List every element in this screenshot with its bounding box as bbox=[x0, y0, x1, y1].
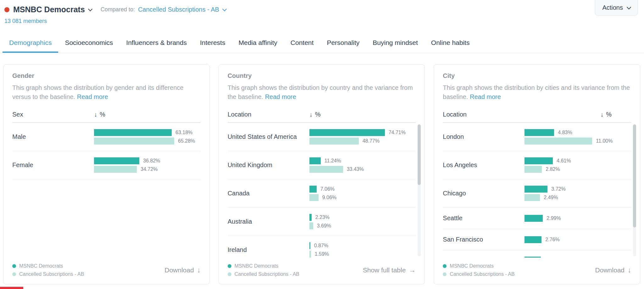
card-description: This graph shows the distribution by cit… bbox=[443, 83, 631, 101]
primary-bar bbox=[525, 129, 554, 136]
rows-viewport: United States of America 74.71% 48.77% U… bbox=[228, 123, 416, 258]
tab-media-affinity[interactable]: Media affinity bbox=[232, 33, 284, 53]
bar-value: 2.99% bbox=[547, 215, 561, 221]
footer-action-label: Download bbox=[164, 266, 194, 274]
legend: MSNBC Democrats Cancelled Subscriptions … bbox=[228, 263, 299, 277]
bar-group: 36.82% 34.72% bbox=[94, 157, 201, 173]
rows-viewport: London 4.83% 11.00% Los Angeles 4.61% 2.… bbox=[443, 123, 631, 258]
legend: MSNBC Democrats Cancelled Subscriptions … bbox=[443, 263, 514, 277]
chevron-down-icon[interactable] bbox=[88, 7, 92, 11]
bar-value: 1.59% bbox=[315, 251, 329, 257]
legend-label: MSNBC Democrats bbox=[235, 263, 279, 269]
legend-item-primary: MSNBC Democrats bbox=[443, 263, 514, 269]
tab-interests[interactable]: Interests bbox=[193, 33, 232, 53]
secondary-bar bbox=[94, 138, 174, 144]
column-header-percent[interactable]: ↓% bbox=[94, 111, 105, 118]
secondary-bar bbox=[309, 166, 343, 173]
column-header-label[interactable]: Sex bbox=[12, 111, 94, 118]
secondary-bar bbox=[309, 138, 359, 144]
audience-name[interactable]: MSNBC Democrats bbox=[13, 5, 85, 14]
bar-group: 63.18% 65.28% bbox=[94, 129, 201, 144]
table-row: Australia 2.23% 3.69% bbox=[228, 208, 416, 236]
bar-value: 34.72% bbox=[141, 166, 158, 172]
bar-group: 4.83% 11.00% bbox=[525, 129, 631, 144]
table-row: Los Angeles 4.61% 2.82% bbox=[443, 151, 631, 179]
bar-group: 2.99% bbox=[525, 215, 631, 222]
secondary-bar bbox=[525, 194, 540, 201]
download-button[interactable]: Download ↓ bbox=[595, 266, 631, 274]
bar-line: 4.83% bbox=[525, 129, 631, 136]
legend-dot-secondary bbox=[12, 272, 16, 276]
legend-item-secondary: Cancelled Subscriptions - AB bbox=[12, 271, 84, 277]
primary-bar bbox=[309, 186, 317, 193]
row-label: London bbox=[443, 133, 525, 141]
audience-title-row: MSNBC Democrats Compared to: Cancelled S… bbox=[4, 5, 638, 14]
row-label: United Kingdom bbox=[228, 161, 309, 169]
bar-line: 63.18% bbox=[94, 129, 201, 136]
bar-value: 74.71% bbox=[389, 130, 406, 135]
scrollbar[interactable] bbox=[418, 124, 421, 256]
bar-value: 2.49% bbox=[544, 195, 558, 200]
tab-socioeconomics[interactable]: Socioeconomics bbox=[58, 33, 119, 53]
read-more-link[interactable]: Read more bbox=[470, 93, 501, 100]
bar-group: 2.76% bbox=[525, 236, 631, 243]
column-header-label[interactable]: Location bbox=[228, 111, 309, 118]
secondary-bar bbox=[309, 194, 319, 201]
bar-value: 3.69% bbox=[317, 223, 331, 229]
tab-buying-mindset[interactable]: Buying mindset bbox=[366, 33, 425, 53]
column-header-percent[interactable]: ↓% bbox=[600, 111, 612, 118]
bar-line: 11.24% bbox=[309, 157, 416, 164]
tab-personality[interactable]: Personality bbox=[320, 33, 366, 53]
legend-label: MSNBC Democrats bbox=[19, 263, 63, 269]
table-row: United Kingdom 11.24% 33.43% bbox=[228, 151, 416, 179]
primary-bar bbox=[525, 157, 553, 164]
bar-value: 63.18% bbox=[175, 130, 192, 135]
bar-line: 2.23% bbox=[309, 214, 416, 221]
bar-line: 2.49% bbox=[525, 194, 631, 201]
row-label: United States of America bbox=[228, 133, 309, 141]
legend-label: Cancelled Subscriptions - AB bbox=[235, 271, 299, 277]
bar-group: 4.61% 2.82% bbox=[525, 157, 631, 173]
card-country: Country This graph shows the distributio… bbox=[219, 64, 425, 284]
download-arrow-icon: ↓ bbox=[628, 266, 631, 274]
actions-button[interactable]: Actions bbox=[595, 0, 638, 16]
column-header-label[interactable]: Location bbox=[443, 111, 525, 118]
table-row: Male 63.18% 65.28% bbox=[12, 123, 201, 151]
legend: MSNBC Democrats Cancelled Subscriptions … bbox=[12, 263, 84, 277]
primary-bar bbox=[525, 215, 543, 222]
sort-desc-icon: ↓ bbox=[600, 111, 603, 118]
table-row: Seattle 2.99% bbox=[443, 208, 631, 229]
table-header: Sex ↓% bbox=[12, 111, 201, 123]
download-button[interactable]: Download ↓ bbox=[164, 266, 200, 274]
tab-online-habits[interactable]: Online habits bbox=[425, 33, 476, 53]
scrollbar[interactable] bbox=[633, 124, 636, 256]
column-header-percent[interactable]: ↓% bbox=[309, 111, 321, 118]
card-title: City bbox=[443, 72, 631, 79]
primary-bar bbox=[94, 129, 172, 136]
card-footer: MSNBC Democrats Cancelled Subscriptions … bbox=[443, 258, 631, 277]
read-more-link[interactable]: Read more bbox=[265, 93, 296, 100]
header: MSNBC Democrats Compared to: Cancelled S… bbox=[0, 0, 644, 25]
compared-audience-select[interactable]: Cancelled Subscriptions - AB bbox=[138, 6, 219, 13]
bar-value: 2.76% bbox=[545, 237, 559, 243]
audience-color-dot bbox=[4, 7, 9, 12]
read-more-link[interactable]: Read more bbox=[77, 93, 108, 100]
scrollbar-thumb[interactable] bbox=[633, 124, 636, 227]
card-description: This graph shows the distribution by cou… bbox=[228, 83, 416, 101]
row-label: San Francisco bbox=[443, 235, 525, 244]
tab-content[interactable]: Content bbox=[284, 33, 320, 53]
bar-group: 7.06% 9.06% bbox=[309, 186, 416, 201]
primary-bar bbox=[309, 129, 385, 136]
chevron-down-icon[interactable] bbox=[222, 7, 227, 11]
tab-demographics[interactable]: Demographics bbox=[3, 33, 58, 53]
table-row: London 4.83% 11.00% bbox=[443, 123, 631, 151]
primary-bar bbox=[309, 157, 321, 164]
bar-value: 11.24% bbox=[325, 158, 341, 164]
show-full-table-button[interactable]: Show full table → bbox=[363, 266, 416, 274]
table-row: San Francisco 2.76% bbox=[443, 229, 631, 250]
tab-influencers-brands[interactable]: Influencers & brands bbox=[119, 33, 193, 53]
scrollbar-thumb[interactable] bbox=[418, 124, 421, 185]
bar-line: 2.99% bbox=[525, 215, 631, 222]
legend-item-secondary: Cancelled Subscriptions - AB bbox=[228, 271, 299, 277]
secondary-bar bbox=[94, 166, 137, 173]
